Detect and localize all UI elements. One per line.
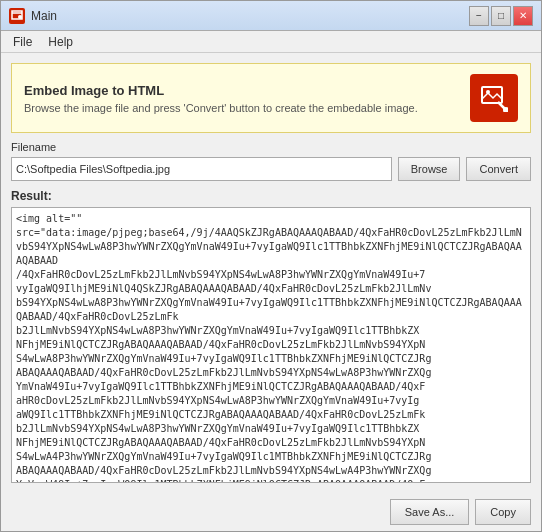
result-textarea[interactable]: <img alt="" src="data:image/pjpeg;base64… <box>11 207 531 483</box>
save-as-button[interactable]: Save As... <box>390 499 470 525</box>
title-bar-left: Main <box>9 8 57 24</box>
menu-file[interactable]: File <box>5 33 40 51</box>
main-window: Main − □ ✕ File Help Embed Image to HTML… <box>0 0 542 532</box>
title-bar: Main − □ ✕ <box>1 1 541 31</box>
bottom-bar: Save As... Copy <box>1 493 541 531</box>
svg-point-2 <box>18 15 22 19</box>
app-icon <box>9 8 25 24</box>
minimize-button[interactable]: − <box>469 6 489 26</box>
info-title: Embed Image to HTML <box>24 83 460 98</box>
convert-button[interactable]: Convert <box>466 157 531 181</box>
window-controls: − □ ✕ <box>469 6 533 26</box>
filename-label: Filename <box>11 141 531 153</box>
menu-bar: File Help <box>1 31 541 53</box>
info-description: Browse the image file and press 'Convert… <box>24 102 460 114</box>
info-panel: Embed Image to HTML Browse the image fil… <box>11 63 531 133</box>
info-icon <box>470 74 518 122</box>
maximize-button[interactable]: □ <box>491 6 511 26</box>
result-section: Result: <img alt="" src="data:image/pjpe… <box>11 189 531 483</box>
filename-input[interactable] <box>11 157 392 181</box>
info-text: Embed Image to HTML Browse the image fil… <box>24 83 460 114</box>
window-title: Main <box>31 9 57 23</box>
filename-section: Filename Browse Convert <box>11 141 531 181</box>
result-label: Result: <box>11 189 531 203</box>
copy-button[interactable]: Copy <box>475 499 531 525</box>
browse-button[interactable]: Browse <box>398 157 461 181</box>
main-content: Embed Image to HTML Browse the image fil… <box>1 53 541 493</box>
filename-row: Browse Convert <box>11 157 531 181</box>
close-button[interactable]: ✕ <box>513 6 533 26</box>
menu-help[interactable]: Help <box>40 33 81 51</box>
